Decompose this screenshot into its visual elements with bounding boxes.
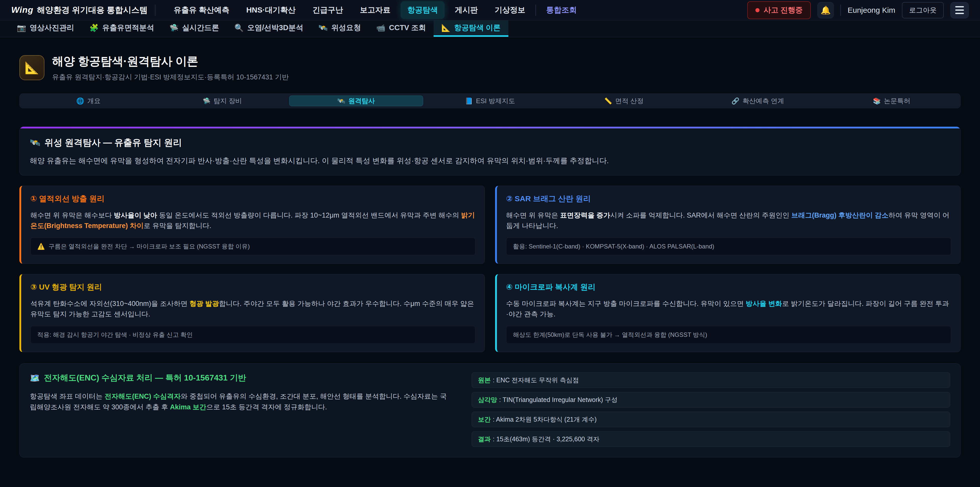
camera-icon: 📷 bbox=[17, 24, 26, 32]
card-thermal-infrared: ① 열적외선 방출 원리 해수면 위 유막은 해수보다 방사율이 낮아 동일 온… bbox=[19, 186, 485, 264]
ruler-icon: 📏 bbox=[604, 97, 612, 105]
page-title: 해양 항공탐색·원격탐사 이론 bbox=[52, 54, 289, 69]
tab-area-calculation[interactable]: 📏 면적 산정 bbox=[557, 96, 691, 106]
gradient-accent-bar bbox=[20, 127, 960, 128]
subnav-photo-management[interactable]: 📷 영상사진관리 bbox=[9, 21, 82, 37]
card-note: ⚠️ 구름은 열적외선을 완전 차단 → 마이크로파 보조 필요 (NGSST … bbox=[30, 238, 476, 255]
sub-navbar: 📷 영상사진관리 🧩 유출유면적분석 🛸 실시간드론 🔍 오염/선박3D분석 🛰… bbox=[0, 21, 980, 37]
divider bbox=[535, 5, 536, 16]
card-title: ④ 마이크로파 복사계 원리 bbox=[506, 282, 951, 292]
main-nav: 유출유 확산예측 HNS·대기확산 긴급구난 보고자료 항공탐색 게시판 기상정… bbox=[167, 1, 584, 19]
enc-step-result: 결과: 15초(463m) 등간격 · 3,225,600 격자 bbox=[472, 431, 950, 447]
warning-icon: ⚠️ bbox=[37, 243, 45, 250]
card-body: 해수면 위 유막은 해수보다 방사율이 낮아 동일 온도에서도 적외선 방출량이… bbox=[30, 210, 476, 231]
principle-cards-grid: ① 열적외선 방출 원리 해수면 위 유막은 해수보다 방사율이 낮아 동일 온… bbox=[19, 186, 961, 352]
nav-board[interactable]: 게시판 bbox=[448, 1, 484, 19]
principle-section-description: 해양 유출유는 해수면에 유막을 형성하여 전자기파 반사·방출·산란 특성을 … bbox=[30, 155, 950, 166]
principle-section: 🛰️ 위성 원격탐사 — 유출유 탐지 원리 해양 유출유는 해수면에 유막을 … bbox=[19, 127, 961, 176]
card-microwave-radiometer: ④ 마이크로파 복사계 원리 수동 마이크로파 복사계는 지구 방출 마이크로파… bbox=[495, 274, 961, 352]
satellite-icon: 🛰️ bbox=[337, 97, 345, 105]
card-title: ③ UV 형광 탐지 원리 bbox=[30, 282, 476, 292]
subnav-aerial-search-theory[interactable]: 📐 항공탐색 이론 bbox=[434, 21, 508, 37]
enc-step-interpolation: 보간: Akima 2차원 5차다항식 (21개 계수) bbox=[472, 412, 950, 427]
tab-papers-patents[interactable]: 📚 논문특허 bbox=[824, 96, 959, 106]
books-icon: 📚 bbox=[873, 97, 881, 105]
incident-status-badge: 사고 진행중 bbox=[747, 1, 811, 19]
hamburger-menu-button[interactable] bbox=[950, 2, 969, 18]
nav-emergency-rescue[interactable]: 긴급구난 bbox=[306, 1, 350, 19]
triangle-ruler-icon: 📐 bbox=[24, 61, 39, 75]
incident-status-label: 사고 진행중 bbox=[764, 5, 803, 15]
magnifier-icon: 🔍 bbox=[234, 24, 244, 32]
page-icon-box: 📐 bbox=[19, 55, 45, 80]
subnav-cctv-view[interactable]: 📹 CCTV 조회 bbox=[369, 21, 434, 37]
page-subtitle: 유출유 원격탐지·항공감시 기법·ESI 방제정보지도·등록특허 10-1567… bbox=[52, 72, 289, 82]
puzzle-icon: 🧩 bbox=[89, 24, 99, 32]
satellite-icon: 🛰️ bbox=[30, 138, 40, 148]
subnav-pollution-ship-3d[interactable]: 🔍 오염/선박3D분석 bbox=[227, 21, 311, 37]
main-content: 📐 해양 항공탐색·원격탐사 이론 유출유 원격탐지·항공감시 기법·ESI 방… bbox=[0, 37, 980, 457]
globe-icon: 🌐 bbox=[76, 97, 84, 105]
top-navbar: Wing 해양환경 위기대응 통합시스템 유출유 확산예측 HNS·대기확산 긴… bbox=[0, 0, 980, 21]
drone-icon: 🛸 bbox=[169, 24, 178, 32]
subnav-oil-area-analysis[interactable]: 🧩 유출유면적분석 bbox=[82, 21, 162, 37]
divider bbox=[840, 5, 841, 16]
card-body: 해수면 위 유막은 표면장력을 증가시켜 소파를 억제합니다. SAR에서 해수… bbox=[506, 210, 951, 231]
app-logo: Wing 해양환경 위기대응 통합시스템 bbox=[11, 5, 148, 16]
logout-button[interactable]: 로그아웃 bbox=[902, 2, 944, 18]
app-title: 해양환경 위기대응 통합시스템 bbox=[37, 5, 148, 16]
page-header: 📐 해양 항공탐색·원격탐사 이론 유출유 원격탐지·항공감시 기법·ESI 방… bbox=[19, 54, 961, 82]
map-icon: 🗺️ bbox=[30, 374, 40, 383]
principle-section-title-row: 🛰️ 위성 원격탐사 — 유출유 탐지 원리 bbox=[30, 137, 950, 148]
card-note: 활용: Sentinel-1(C-band) · KOMPSAT-5(X-ban… bbox=[506, 238, 951, 255]
nav-oil-spread-forecast[interactable]: 유출유 확산예측 bbox=[167, 1, 236, 19]
enc-processing-steps: 원본: ENC 전자해도 무작위 측심점 삼각망: TIN(Triangulat… bbox=[472, 372, 950, 447]
enc-step-source: 원본: ENC 전자해도 무작위 측심점 bbox=[472, 372, 950, 388]
enc-bathymetry-section: 🗺️ 전자해도(ENC) 수심자료 처리 — 특허 10-1567431 기반 … bbox=[19, 363, 961, 457]
card-uv-fluorescence: ③ UV 형광 탐지 원리 석유계 탄화수소에 자외선(310~400nm)을 … bbox=[19, 274, 485, 352]
topbar-right: 사고 진행중 🔔 Eunjeong Kim 로그아웃 bbox=[747, 1, 969, 19]
card-sar-bragg: ② SAR 브래그 산란 원리 해수면 위 유막은 표면장력을 증가시켜 소파를… bbox=[495, 186, 961, 264]
hamburger-icon bbox=[955, 6, 964, 7]
video-camera-icon: 📹 bbox=[376, 24, 385, 32]
subnav-satellite-request[interactable]: 🛰️ 위성요청 bbox=[311, 21, 369, 37]
triangle-ruler-icon: 📐 bbox=[441, 24, 450, 32]
link-icon: 🔗 bbox=[732, 97, 739, 105]
theory-tabbar: 🌐 개요 🛸 탐지 장비 🛰️ 원격탐사 📘 ESI 방제지도 📏 면적 산정 … bbox=[19, 93, 961, 108]
card-title: ① 열적외선 방출 원리 bbox=[30, 193, 476, 204]
nav-aerial-search[interactable]: 항공탐색 bbox=[401, 1, 445, 19]
card-note: 해상도 한계(50km)로 단독 사용 불가 → 열적외선과 융합 (NGSST… bbox=[506, 326, 951, 344]
nav-weather-info[interactable]: 기상정보 bbox=[488, 1, 532, 19]
tab-esi-map[interactable]: 📘 ESI 방제지도 bbox=[423, 96, 557, 106]
incident-dot-icon bbox=[756, 8, 759, 12]
card-body: 수동 마이크로파 복사계는 지구 방출 마이크로파를 수신합니다. 유막이 있으… bbox=[506, 299, 951, 319]
nav-reports[interactable]: 보고자료 bbox=[353, 1, 397, 19]
nav-integrated-search[interactable]: 통합조회 bbox=[539, 1, 584, 19]
tab-forecast-link[interactable]: 🔗 확산예측 연계 bbox=[691, 96, 825, 106]
divider bbox=[155, 5, 156, 16]
subnav-realtime-drone[interactable]: 🛸 실시간드론 bbox=[162, 21, 227, 37]
enc-section-title: 전자해도(ENC) 수심자료 처리 — 특허 10-1567431 기반 bbox=[44, 372, 246, 383]
enc-section-title-row: 🗺️ 전자해도(ENC) 수심자료 처리 — 특허 10-1567431 기반 bbox=[30, 372, 453, 383]
enc-step-tin: 삼각망: TIN(Triangulated Irregular Network)… bbox=[472, 392, 950, 407]
ufo-icon: 🛸 bbox=[203, 97, 210, 105]
bell-icon: 🔔 bbox=[821, 5, 831, 15]
tab-remote-sensing[interactable]: 🛰️ 원격탐사 bbox=[289, 96, 423, 106]
card-title: ② SAR 브래그 산란 원리 bbox=[506, 193, 951, 204]
enc-section-body: 항공탐색 좌표 데이터는 전자해도(ENC) 수심격자와 중첩되어 유출유의 수… bbox=[30, 391, 453, 413]
blue-book-icon: 📘 bbox=[465, 97, 473, 105]
tab-overview[interactable]: 🌐 개요 bbox=[21, 96, 156, 106]
user-name: Eunjeong Kim bbox=[848, 6, 895, 14]
card-note: 적용: 해경 감시 항공기 야간 탐색 · 비정상 유출 신고 확인 bbox=[30, 326, 476, 344]
logo-wing-mark: Wing bbox=[11, 5, 33, 15]
tab-detection-equipment[interactable]: 🛸 탐지 장비 bbox=[156, 96, 290, 106]
card-body: 석유계 탄화수소에 자외선(310~400nm)을 조사하면 형광 발광합니다.… bbox=[30, 299, 476, 319]
notifications-button[interactable]: 🔔 bbox=[818, 2, 834, 18]
principle-section-title: 위성 원격탐사 — 유출유 탐지 원리 bbox=[45, 137, 182, 148]
satellite-icon: 🛰️ bbox=[318, 24, 328, 32]
nav-hns-atmospheric[interactable]: HNS·대기확산 bbox=[240, 1, 302, 19]
